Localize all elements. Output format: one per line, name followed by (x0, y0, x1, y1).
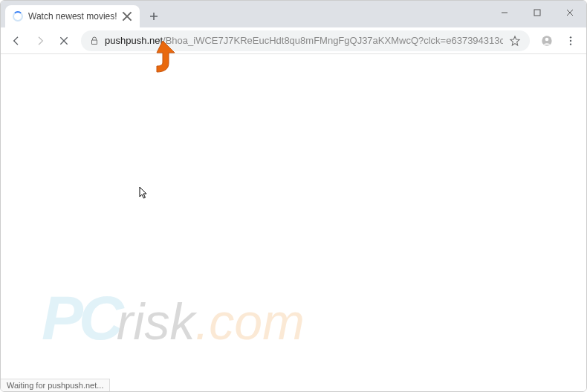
back-button[interactable] (5, 30, 27, 52)
url-path: /Bhoa_iWCE7J7KReEucHdt8qu8mFMngFgQJ37aKX… (163, 35, 503, 46)
stop-reload-button[interactable] (53, 30, 75, 52)
tab-spinner-icon (13, 11, 23, 22)
forward-button[interactable] (29, 30, 51, 52)
new-tab-button[interactable] (144, 7, 163, 26)
svg-point-2 (545, 37, 549, 41)
watermark-risk: risk (117, 293, 195, 350)
tab-title: Watch newest movies! (28, 11, 117, 22)
status-bar: Waiting for pushpush.net... (1, 379, 110, 391)
svg-rect-0 (534, 10, 540, 16)
maximize-button[interactable] (521, 1, 554, 24)
watermark-pc: PC (42, 282, 120, 354)
address-bar[interactable]: pushpush.net/Bhoa_iWCE7J7KReEucHdt8qu8mF… (81, 30, 530, 51)
window-close-button[interactable] (554, 1, 586, 24)
toolbar: pushpush.net/Bhoa_iWCE7J7KReEucHdt8qu8mF… (1, 27, 586, 54)
status-text: Waiting for pushpush.net... (7, 381, 103, 390)
watermark-com: .com (195, 293, 304, 350)
browser-tab[interactable]: Watch newest movies! (5, 5, 140, 27)
annotation-arrow-icon (149, 39, 179, 75)
cursor-icon (139, 186, 148, 198)
lock-icon (90, 36, 99, 45)
profile-button[interactable] (536, 30, 558, 52)
svg-point-3 (570, 36, 571, 38)
svg-point-4 (570, 39, 571, 41)
watermark-logo: PC risk .com (42, 282, 305, 354)
window-controls (488, 1, 586, 24)
svg-point-5 (570, 43, 571, 45)
tab-close-button[interactable] (122, 11, 132, 22)
bookmark-star-icon[interactable] (509, 35, 521, 47)
minimize-button[interactable] (488, 1, 521, 24)
menu-button[interactable] (560, 30, 582, 52)
